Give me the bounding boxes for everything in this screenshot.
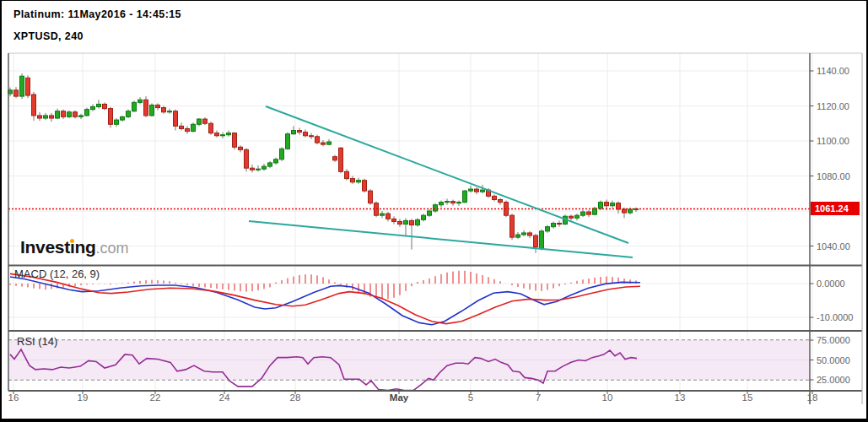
candle-up [79,116,84,116]
candle-down [398,221,402,224]
candle-up [599,203,603,208]
candle-down [73,112,78,117]
candle-up [221,135,225,136]
candle-up [380,214,385,215]
candle-down [310,136,314,137]
candle-up [268,163,272,166]
candle-up [97,104,101,106]
candle-up [56,111,60,118]
candle-up [168,111,172,112]
candle-down [103,104,107,108]
candle-up [91,107,95,110]
candle-down [156,105,160,107]
candle-up [628,209,633,213]
candle-up [463,191,467,202]
candle-down [345,171,349,178]
candle-down [180,126,184,128]
candle-down [475,189,479,192]
candle-down [587,212,591,214]
macd-signal-line [10,273,640,323]
candle-down [174,111,178,127]
candle-up [256,169,261,170]
candle-up [552,224,556,227]
last-price-badge: 1061.24 [811,202,860,215]
time-axis-label: 28 [290,392,301,403]
candle-up [67,112,72,117]
candle-up [197,119,202,124]
candle-down [605,203,609,206]
candle-down [369,191,373,203]
candle-down [215,133,219,136]
candle-up [540,231,544,249]
candle-down [528,233,532,235]
price-axis-label: 1080.00 [817,171,850,181]
logo-suffix: .com [96,240,129,257]
candle-up [227,133,231,135]
price-axis: 1140.001120.001100.001080.001040.000.000… [810,66,853,385]
candle-down [233,133,237,148]
rsi-indicator-label: RSI (14) [17,335,57,348]
candle-up [575,215,580,218]
candle-up [280,149,284,159]
candle-up [286,134,290,149]
candle-up [132,102,137,111]
candle-up [611,203,615,206]
candle-down [245,149,249,168]
candle-down [14,90,19,96]
candle-down [62,111,66,117]
candle-up [357,181,361,182]
candle-down [239,147,243,149]
lower-wedge-line [249,221,633,257]
investing-logo: Investing.com [20,237,129,257]
candle-down [339,148,343,171]
logo-text: Invest [20,237,70,257]
candle-up [469,189,473,191]
candle-down [392,219,396,221]
candle-up [191,124,196,131]
rsi-band [8,340,810,381]
price-axis-label: 1120.00 [817,101,849,111]
candle-down [386,214,391,219]
candle-up [581,212,585,215]
candle-down [144,100,148,116]
candle-up [546,227,550,231]
time-axis-label: 16 [8,392,19,403]
candlestick-series [8,73,639,253]
candle-up [20,76,24,96]
macd-panel-series [10,271,640,325]
candle-down [451,202,456,203]
candle-up [516,235,520,237]
candle-up [457,203,461,203]
time-axis-label: 10 [602,392,613,403]
candle-down [410,220,414,225]
candle-down [321,143,326,144]
candle-down [298,131,302,133]
chart-canvas[interactable]: 1140.001120.001100.001080.001040.000.000… [2,1,868,422]
time-axis-label: 7 [536,392,541,403]
candle-up [439,203,444,205]
candle-up [445,202,450,203]
candle-up [85,110,89,116]
candle-up [262,166,267,169]
candle-up [416,219,420,225]
candle-down [623,209,627,213]
candle-down [558,224,562,225]
candle-down [363,181,367,191]
candle-down [304,133,308,136]
candle-down [32,95,36,116]
candle-down [534,235,538,246]
upper-wedge-line [266,106,628,243]
candle-up [274,160,278,163]
macd-axis-label: -10.0000 [817,312,853,322]
candle-up [138,100,143,102]
candle-up [422,215,426,219]
candle-down [186,128,190,131]
candle-up [121,116,125,120]
rsi-axis-label: 75.0000 [817,335,850,345]
chart-window: Platinum: 11May2016 - 14:45:15 XPTUSD, 2… [0,0,868,422]
candle-down [203,119,208,123]
candle-up [327,142,332,144]
time-axis-label: 13 [675,392,686,403]
candle-down [50,116,54,118]
candle-down [510,215,515,237]
